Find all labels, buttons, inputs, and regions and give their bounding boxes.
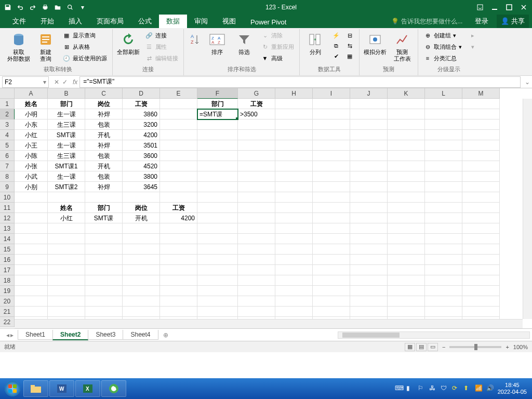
sheet-tab-1[interactable]: Sheet1 xyxy=(18,330,53,340)
cell[interactable] xyxy=(160,140,197,151)
zoom-out-icon[interactable]: − xyxy=(442,344,445,350)
cell[interactable] xyxy=(462,99,500,109)
updates-icon[interactable]: ⬆ xyxy=(463,384,472,393)
cell[interactable] xyxy=(238,213,275,223)
cell[interactable]: 工资 xyxy=(123,99,160,109)
cell[interactable] xyxy=(238,192,275,203)
cell[interactable] xyxy=(462,171,500,182)
cell[interactable]: 小别 xyxy=(15,182,48,192)
cell[interactable]: 小红 xyxy=(48,213,85,223)
wifi-icon[interactable]: 📶 xyxy=(475,384,483,393)
filter-button[interactable]: 筛选 xyxy=(232,30,257,57)
cell[interactable] xyxy=(85,223,123,234)
row-header[interactable]: 21 xyxy=(0,307,15,317)
row-header[interactable]: 18 xyxy=(0,275,15,286)
login-button[interactable]: 登录 xyxy=(471,15,493,28)
cell[interactable]: 4200 xyxy=(160,213,197,223)
cell[interactable]: 姓名 xyxy=(15,99,48,109)
preview-icon[interactable] xyxy=(64,2,76,13)
cell[interactable] xyxy=(425,182,462,192)
cell[interactable] xyxy=(388,234,425,244)
cell[interactable] xyxy=(15,286,48,296)
ribbon-options-icon[interactable] xyxy=(474,2,486,12)
cell[interactable] xyxy=(462,286,500,296)
cell[interactable] xyxy=(85,234,123,244)
new-sheet-button[interactable]: ⊕ xyxy=(163,331,168,339)
fill-handle[interactable] xyxy=(236,117,238,119)
cell[interactable] xyxy=(275,140,313,151)
cell[interactable] xyxy=(123,192,160,203)
cell[interactable]: 补焊 xyxy=(85,140,123,151)
sort-az-button[interactable]: AZ xyxy=(187,30,203,49)
cell[interactable]: 小东 xyxy=(15,119,48,130)
cell[interactable] xyxy=(313,130,350,140)
row-header[interactable]: 9 xyxy=(0,182,15,192)
cell[interactable] xyxy=(238,223,275,234)
column-header[interactable]: F xyxy=(197,88,238,99)
cell[interactable] xyxy=(197,151,238,161)
cell[interactable] xyxy=(238,130,275,140)
cell[interactable] xyxy=(123,307,160,317)
column-header[interactable]: I xyxy=(313,88,350,99)
cell[interactable]: 小明 xyxy=(15,109,48,119)
cell[interactable] xyxy=(425,255,462,265)
cell[interactable]: 部门 xyxy=(48,99,85,109)
save-icon[interactable] xyxy=(2,2,14,13)
scrollbar-thumb[interactable] xyxy=(342,332,400,338)
select-all-corner[interactable] xyxy=(0,88,15,99)
row-header[interactable]: 10 xyxy=(0,192,15,203)
forecast-button[interactable]: 预测 工作表 xyxy=(390,30,415,63)
cell[interactable] xyxy=(425,151,462,161)
manage-model-button[interactable]: ▦ xyxy=(343,51,356,61)
row-header[interactable]: 15 xyxy=(0,244,15,255)
cell[interactable] xyxy=(462,275,500,286)
cell[interactable] xyxy=(275,192,313,203)
cell[interactable] xyxy=(160,244,197,255)
cell[interactable] xyxy=(197,213,238,223)
cell[interactable] xyxy=(197,119,238,130)
cell[interactable] xyxy=(350,255,388,265)
cell[interactable] xyxy=(388,265,425,275)
cell[interactable] xyxy=(275,161,313,171)
cell[interactable] xyxy=(238,140,275,151)
cell[interactable] xyxy=(160,109,197,119)
cell[interactable]: 生三课 xyxy=(48,119,85,130)
cell[interactable] xyxy=(388,244,425,255)
cell[interactable] xyxy=(123,286,160,296)
cell[interactable] xyxy=(350,275,388,286)
cell[interactable] xyxy=(462,223,500,234)
cell[interactable] xyxy=(160,255,197,265)
column-header[interactable]: H xyxy=(275,88,313,99)
cell[interactable] xyxy=(197,234,238,244)
cell[interactable] xyxy=(238,161,275,171)
row-header[interactable]: 13 xyxy=(0,223,15,234)
text-to-columns-button[interactable]: 分列 xyxy=(303,30,328,57)
cell[interactable]: 小张 xyxy=(15,161,48,171)
cell[interactable]: 3501 xyxy=(123,140,160,151)
show-queries-button[interactable]: ▦显示查询 xyxy=(60,30,109,41)
cell[interactable] xyxy=(388,275,425,286)
network-icon[interactable]: 🖧 xyxy=(429,384,437,393)
cancel-formula-icon[interactable]: ✕ xyxy=(54,78,59,86)
cell[interactable]: 补焊 xyxy=(85,109,123,119)
cell[interactable]: 岗位 xyxy=(85,99,123,109)
cell[interactable] xyxy=(160,307,197,317)
cell[interactable] xyxy=(388,307,425,317)
cell[interactable] xyxy=(123,234,160,244)
cell[interactable] xyxy=(388,109,425,119)
cell[interactable] xyxy=(48,265,85,275)
cell[interactable] xyxy=(85,265,123,275)
row-header[interactable]: 3 xyxy=(0,119,15,130)
start-button[interactable] xyxy=(2,378,23,399)
cell[interactable] xyxy=(425,307,462,317)
cell[interactable] xyxy=(425,213,462,223)
cell[interactable] xyxy=(425,140,462,151)
formula-input[interactable]: ="=SMT课" xyxy=(79,76,521,88)
cell[interactable] xyxy=(197,223,238,234)
cell[interactable] xyxy=(238,296,275,307)
cell[interactable] xyxy=(15,255,48,265)
cell[interactable]: 小红 xyxy=(15,130,48,140)
cell[interactable]: 工资 xyxy=(160,203,197,213)
cell[interactable]: 补焊 xyxy=(85,182,123,192)
cell[interactable]: 包装 xyxy=(85,171,123,182)
